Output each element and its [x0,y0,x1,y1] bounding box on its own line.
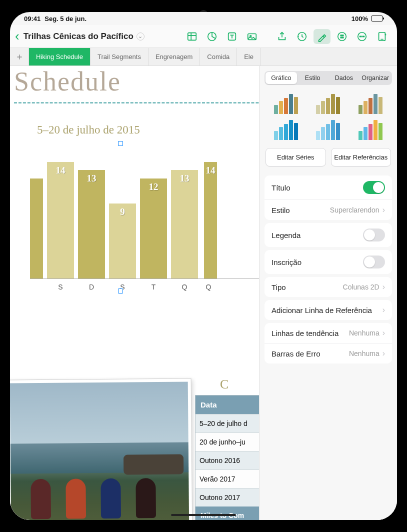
bar-value-label: 14 [56,165,66,176]
x-axis-label: Q [169,279,200,291]
insert-text-button[interactable] [224,29,240,44]
insert-table-button[interactable] [184,29,200,44]
more-button[interactable] [354,29,370,44]
status-time: 09:41 [24,15,40,22]
chart-bar[interactable]: 14 [47,162,74,278]
x-axis-label: T [138,279,169,291]
panel-tab-style[interactable]: Estilo [297,72,328,84]
option-title[interactable]: Título [264,176,392,200]
photo-image [10,382,189,520]
edit-references-button[interactable]: Editar Referências [331,148,392,166]
status-date: Seg. 5 de jun. [44,15,86,22]
organize-button[interactable] [334,29,350,44]
chart-style-thumb[interactable] [268,119,304,140]
option-chart-type[interactable]: Tipo Colunas 2D › [264,277,392,297]
chart-style-thumb[interactable] [310,119,346,140]
insert-chart-button[interactable] [204,29,220,44]
x-axis-label: S [45,279,76,291]
sheet-tab[interactable]: Trail Segments [90,48,148,66]
chart-style-thumb[interactable] [353,119,388,140]
sheet-tab[interactable]: Hiking Schedule [29,48,90,66]
chevron-right-icon: › [382,328,385,338]
option-caption[interactable]: Inscrição [264,250,392,274]
x-axis-label: D [76,279,107,291]
svg-point-9 [362,36,362,37]
svg-point-8 [360,36,360,37]
panel-tab-chart[interactable]: Gráfico [266,72,297,84]
panel-tab-data[interactable]: Dados [328,72,360,84]
x-axis-label: Q [200,279,217,291]
chart-style-thumb[interactable] [268,93,304,114]
doc-menu-chevron-icon[interactable]: ⌄ [136,32,144,40]
chart-bar[interactable]: 9 [109,204,136,278]
toggle-title[interactable] [363,181,385,194]
chart-bar[interactable] [30,178,43,278]
bar-value-label: 12 [149,182,158,192]
new-sheet-button[interactable] [374,29,390,44]
toggle-legend[interactable] [363,228,385,242]
chart-style-thumb[interactable] [353,93,388,114]
option-font-style[interactable]: Estilo Superclarendon › [264,200,392,220]
option-error-bars[interactable]: Barras de Erro Nenhuma › [264,344,392,364]
svg-point-10 [364,36,364,37]
back-button[interactable]: ‹ [15,28,20,44]
sheet-tab[interactable]: Ele [237,48,261,66]
insert-media-button[interactable] [244,29,260,44]
selection-handle[interactable] [118,288,123,294]
chevron-right-icon: › [382,306,385,314]
chart-bar[interactable]: 14 [204,162,217,278]
option-reference-line[interactable]: Adicionar Linha de Referência › [264,300,392,320]
chart-style-thumb[interactable] [310,93,346,114]
bar-value-label: 13 [180,173,190,184]
document-title[interactable]: Trilhas Cênicas do Pacífico [24,32,134,42]
app-toolbar: ‹ Trilhas Cênicas do Pacífico ⌄ [10,25,397,48]
chart-bar[interactable]: 12 [140,178,167,278]
chart-bar[interactable]: 13 [171,170,198,278]
table-super-title: C [220,377,228,392]
svg-point-6 [338,32,346,40]
chart-style-grid [260,90,397,145]
toggle-caption[interactable] [363,256,385,268]
x-axis-label [30,279,45,291]
format-button[interactable] [314,29,330,44]
format-panel: Gráfico Estilo Dados Organizar Editar Sé… [259,66,397,520]
bar-value-label: 13 [87,173,96,184]
bar-value-label: 9 [120,206,125,218]
photo-frame[interactable] [10,378,192,520]
chart-bar[interactable]: 13 [78,170,105,278]
sheet-tab[interactable]: Engrenagem [148,48,200,66]
panel-tabs: Gráfico Estilo Dados Organizar [264,71,392,85]
sheet-tab-bar: Hiking Schedule Trail Segments Engrenage… [10,48,397,66]
edit-series-button[interactable]: Editar Séries [266,148,326,166]
battery-percent: 100% [352,15,368,22]
sheet-tab[interactable]: Comida [200,48,237,66]
panel-tab-arrange[interactable]: Organizar [360,72,391,84]
bar-value-label: 14 [206,165,216,176]
share-button[interactable] [274,29,290,44]
chevron-right-icon: › [382,282,385,292]
option-trendlines[interactable]: Linhas de tendência Nenhuma › [264,323,392,344]
svg-rect-0 [188,32,196,40]
add-sheet-button[interactable] [10,48,29,66]
status-bar: 09:41 Seg. 5 de jun. 100% [10,12,397,25]
chevron-right-icon: › [382,349,385,358]
option-legend[interactable]: Legenda [264,223,392,247]
chevron-right-icon: › [382,206,385,214]
home-indicator[interactable] [171,514,236,516]
battery-icon [371,16,383,22]
history-button[interactable] [294,29,310,44]
